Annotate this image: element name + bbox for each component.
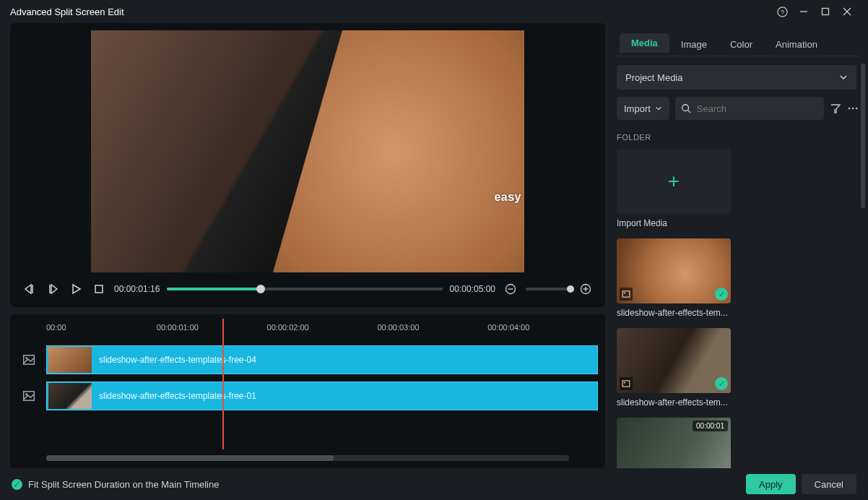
svg-point-24 [852, 108, 854, 110]
media-list: + Import Media ✓ slideshow-after-effects… [617, 149, 856, 468]
help-icon[interactable]: ? [771, 1, 793, 22]
import-media-card[interactable]: + Import Media [617, 149, 856, 228]
window-title: Advanced Split Screen Edit [10, 7, 124, 17]
svg-rect-26 [622, 291, 630, 297]
folder-section-label: FOLDER [617, 133, 856, 142]
image-type-icon [620, 288, 633, 301]
chevron-down-icon [839, 73, 848, 82]
media-caption: slideshow-after-effects-tem... [617, 397, 731, 408]
cancel-button[interactable]: Cancel [802, 474, 856, 494]
timeline-panel: 00:00 00:00:01:00 00:00:02:00 00:00:03:0… [10, 314, 605, 468]
zoom-out-icon[interactable] [503, 281, 518, 297]
import-button[interactable]: Import [617, 97, 669, 120]
track-row: slideshow-after-effects-templates-free-0… [17, 343, 598, 376]
panel-tabs: Media Image Color Animation [614, 23, 859, 56]
search-icon [681, 103, 691, 113]
total-time: 00:00:05:00 [450, 284, 495, 294]
import-media-label: Import Media [617, 218, 731, 228]
split-screen-frame: easy [91, 30, 524, 272]
filter-icon[interactable] [830, 100, 841, 116]
clip-label: slideshow-after-effects-templates-free-0… [99, 355, 256, 365]
transport-controls: 00:00:01:16 00:00:05:00 [17, 272, 598, 307]
media-item[interactable]: ✓ slideshow-after-effects-tem... [617, 238, 856, 318]
footer-bar: ✓ Fit Split Screen Duration on the Main … [0, 468, 868, 500]
chevron-down-icon [655, 105, 662, 112]
fit-duration-label: Fit Split Screen Duration on the Main Ti… [28, 479, 219, 490]
media-source-dropdown[interactable]: Project Media [617, 65, 856, 90]
clip-thumbnail [48, 347, 92, 373]
playhead[interactable] [222, 319, 224, 449]
checkmark-icon: ✓ [715, 377, 728, 390]
panel-scrollbar[interactable] [861, 59, 865, 478]
ruler-tick: 00:00:01:00 [157, 323, 199, 332]
fit-duration-checkbox[interactable]: ✓ Fit Split Screen Duration on the Main … [12, 479, 219, 490]
next-frame-icon[interactable] [45, 281, 61, 297]
svg-rect-28 [622, 381, 630, 387]
current-time: 00:00:01:16 [114, 284, 160, 294]
ruler-tick: 00:00 [46, 323, 66, 332]
media-item[interactable]: 00:00:01 [617, 418, 856, 468]
media-caption: slideshow-after-effects-tem... [617, 308, 731, 318]
media-source-label: Project Media [625, 72, 682, 83]
tab-color[interactable]: Color [719, 33, 764, 56]
close-button[interactable] [836, 1, 858, 22]
plus-icon: + [668, 170, 680, 193]
import-label: Import [624, 103, 651, 114]
watermark-text: easy [494, 191, 521, 204]
svg-point-20 [25, 393, 27, 395]
timeline-clip[interactable]: slideshow-after-effects-templates-free-0… [46, 382, 598, 410]
playback-slider[interactable] [167, 288, 442, 290]
apply-button[interactable]: Apply [746, 474, 796, 494]
checkmark-icon: ✓ [715, 288, 728, 301]
checkbox-checked-icon: ✓ [12, 479, 22, 490]
title-bar: Advanced Split Screen Edit ? [0, 0, 868, 23]
svg-rect-3 [823, 9, 829, 15]
time-ruler[interactable]: 00:00 00:00:01:00 00:00:02:00 00:00:03:0… [46, 319, 598, 343]
ruler-tick: 00:00:03:00 [377, 323, 419, 332]
svg-point-23 [849, 108, 851, 110]
svg-text:?: ? [780, 8, 784, 15]
zoom-in-icon[interactable] [578, 281, 594, 297]
tab-animation[interactable]: Animation [764, 33, 829, 56]
timeline-clip[interactable]: slideshow-after-effects-templates-free-0… [46, 345, 598, 374]
track-row: slideshow-after-effects-templates-free-0… [17, 379, 598, 413]
image-track-icon [17, 353, 40, 366]
svg-point-29 [624, 382, 625, 384]
media-item[interactable]: ✓ slideshow-after-effects-tem... [617, 328, 856, 408]
right-panel: Media Image Color Animation Project Medi… [614, 23, 868, 468]
previous-frame-icon[interactable] [22, 281, 38, 297]
ruler-tick: 00:00:02:00 [267, 323, 309, 332]
svg-marker-6 [25, 285, 31, 293]
image-track-icon [17, 389, 40, 402]
minimize-button[interactable] [793, 1, 815, 22]
tab-media[interactable]: Media [620, 33, 669, 53]
svg-point-27 [624, 293, 625, 294]
svg-marker-8 [51, 285, 57, 293]
more-icon[interactable] [847, 100, 859, 116]
clip-thumbnail [48, 383, 92, 409]
image-type-icon [620, 377, 633, 390]
ruler-tick: 00:00:04:00 [487, 323, 529, 332]
svg-marker-10 [73, 285, 80, 293]
timeline-scrollbar[interactable] [46, 455, 569, 461]
preview-canvas[interactable]: easy [17, 30, 598, 272]
svg-line-22 [687, 111, 690, 113]
svg-point-18 [25, 357, 27, 359]
search-box[interactable] [675, 97, 824, 120]
svg-point-21 [682, 105, 689, 111]
stop-icon[interactable] [91, 281, 107, 297]
clip-duration: 00:00:01 [693, 421, 728, 431]
svg-point-25 [856, 108, 858, 110]
search-input[interactable] [697, 103, 818, 114]
svg-rect-11 [95, 285, 103, 293]
maximize-button[interactable] [815, 1, 836, 22]
preview-panel: easy 00:00:01:16 [10, 23, 605, 307]
clip-label: slideshow-after-effects-templates-free-0… [99, 391, 256, 401]
zoom-slider[interactable] [526, 288, 570, 290]
tab-image[interactable]: Image [669, 33, 719, 56]
play-icon[interactable] [68, 281, 84, 297]
